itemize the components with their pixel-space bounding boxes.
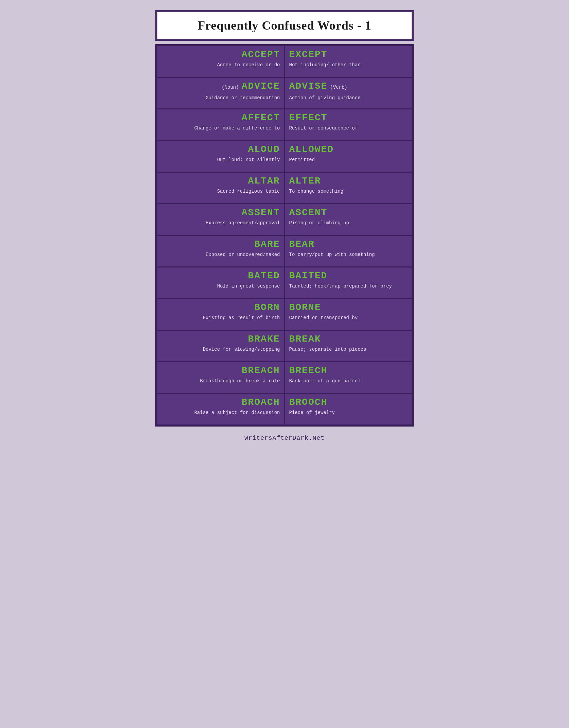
word-row: ALOUDOut loud; not silentlyALLOWEDPermit… — [157, 141, 412, 173]
word-def-right: Result or consequence of — [289, 125, 358, 132]
cell-right: BAITEDTaunted; hook/trap prepared for pr… — [285, 267, 412, 298]
word-def-left: Out loud; not silently — [217, 157, 280, 163]
cell-right: EFFECTResult or consequence of — [285, 109, 412, 140]
word-def-right: Piece of jewelry — [289, 410, 335, 416]
word-row: ALTARSacred religious tableALTERTo chang… — [157, 173, 412, 204]
word-def-right: Pause; separate into pieces — [289, 346, 366, 353]
word-row: (Noun)ADVICEGuidance or recommendationAD… — [157, 78, 412, 109]
word-def-left: Hold in great suspense — [217, 283, 280, 290]
word-heading-right: BAITED — [289, 270, 328, 282]
word-def-right: Carried or transpored by — [289, 315, 358, 322]
cell-right: BEARTo carry/put up with something — [285, 236, 412, 266]
word-heading-right: BORNE — [289, 302, 321, 313]
word-row: BREACHBreakthrough or break a ruleBREECH… — [157, 362, 412, 394]
cell-left: ALOUDOut loud; not silently — [157, 141, 285, 172]
word-def-right: Action of giving guidance — [289, 95, 361, 102]
cell-right: BORNECarried or transpored by — [285, 299, 412, 330]
cell-left: (Noun)ADVICEGuidance or recommendation — [157, 78, 285, 108]
cell-right: ADVISE(Verb)Action of giving guidance — [285, 78, 412, 108]
word-heading-left: BREACH — [242, 365, 280, 377]
word-heading-right: ALTER — [289, 175, 321, 187]
word-heading-left: BORN — [254, 302, 280, 313]
cell-left: BREACHBreakthrough or break a rule — [157, 362, 285, 393]
word-row: ASSENTExpress agreement/approvalASCENTRi… — [157, 204, 412, 236]
cell-right: BROOCHPiece of jewelry — [285, 394, 412, 424]
word-heading-right: BREAK — [289, 333, 321, 345]
cell-right: ALLOWEDPermitted — [285, 141, 412, 172]
cell-left: BROACHRaise a subject for discussion — [157, 394, 285, 424]
cell-left: ASSENTExpress agreement/approval — [157, 204, 285, 235]
word-heading-left: ALOUD — [248, 144, 280, 155]
page-title: Frequently Confused Words - 1 — [164, 18, 405, 33]
cell-left: ACCEPTAgree to receive or do — [157, 46, 285, 77]
word-heading-left: BROACH — [242, 397, 280, 408]
word-def-left: Raise a subject for discussion — [194, 410, 280, 416]
cell-left: ALTARSacred religious table — [157, 173, 285, 203]
word-heading-right: BROOCH — [289, 397, 328, 408]
word-row: ACCEPTAgree to receive or doEXCEPTNot in… — [157, 46, 412, 78]
page-wrapper: Frequently Confused Words - 1 ACCEPTAgre… — [152, 7, 417, 444]
cell-left: BRAKEDevice for slowing/stopping — [157, 331, 285, 361]
word-row: BORNExisting as result of birthBORNECarr… — [157, 299, 412, 331]
word-heading-left: ASSENT — [242, 207, 280, 219]
title-box: Frequently Confused Words - 1 — [155, 10, 414, 41]
cell-left: BORNExisting as result of birth — [157, 299, 285, 330]
word-heading-left: ALTAR — [248, 175, 280, 187]
word-row: BATEDHold in great suspenseBAITEDTaunted… — [157, 267, 412, 299]
word-heading-right: ADVISE — [289, 81, 328, 92]
word-heading-right: EXCEPT — [289, 49, 328, 60]
word-heading-left: ACCEPT — [242, 49, 280, 60]
word-row: BAREExposed or uncovered/nakedBEARTo car… — [157, 236, 412, 267]
word-heading-right: BEAR — [289, 239, 315, 250]
cell-left: BATEDHold in great suspense — [157, 267, 285, 298]
word-row: BROACHRaise a subject for discussionBROO… — [157, 394, 412, 424]
footer: WritersAfterDark.Net — [152, 430, 417, 444]
word-heading-left: BARE — [254, 239, 280, 250]
word-def-left: Guidance or recommendation — [206, 95, 280, 102]
word-heading-left: AFFECT — [242, 112, 280, 124]
cell-left: AFFECTChange or make a difference to — [157, 109, 285, 140]
verb-label: (Verb) — [330, 85, 347, 90]
word-row: AFFECTChange or make a difference toEFFE… — [157, 109, 412, 141]
cell-right: BREECHBack part of a gun barrel — [285, 362, 412, 393]
word-def-left: Change or make a difference to — [194, 125, 280, 132]
cell-right: BREAKPause; separate into pieces — [285, 331, 412, 361]
word-heading-right: ASCENT — [289, 207, 328, 219]
word-def-left: Sacred religious table — [217, 188, 280, 195]
word-heading-right: ALLOWED — [289, 144, 334, 155]
word-def-left: Exposed or uncovered/naked — [206, 252, 280, 258]
word-def-right: To change something — [289, 188, 344, 195]
word-def-left: Agree to receive or do — [217, 62, 280, 69]
word-def-right: Not including/ other than — [289, 62, 361, 69]
word-def-right: Rising or climbing up — [289, 220, 349, 227]
word-def-left: Breakthrough or break a rule — [200, 378, 280, 385]
word-def-right: Taunted; hook/trap prepared for prey — [289, 283, 392, 290]
noun-label: (Noun) — [222, 85, 239, 90]
word-def-left: Express agreement/approval — [206, 220, 280, 227]
cell-right: EXCEPTNot including/ other than — [285, 46, 412, 77]
word-row: BRAKEDevice for slowing/stoppingBREAKPau… — [157, 331, 412, 362]
cell-right: ALTERTo change something — [285, 173, 412, 203]
word-def-right: To carry/put up with something — [289, 252, 375, 258]
word-heading-left: BRAKE — [248, 333, 280, 345]
word-heading-right: EFFECT — [289, 112, 328, 124]
word-def-left: Existing as result of birth — [203, 315, 280, 322]
cell-left: BAREExposed or uncovered/naked — [157, 236, 285, 266]
word-heading-right: BREECH — [289, 365, 328, 377]
word-heading-left: ADVICE — [242, 81, 280, 92]
main-table: ACCEPTAgree to receive or doEXCEPTNot in… — [155, 44, 414, 427]
word-heading-left: BATED — [248, 270, 280, 282]
word-def-right: Permitted — [289, 157, 315, 163]
word-def-left: Device for slowing/stopping — [203, 346, 280, 353]
word-def-right: Back part of a gun barrel — [289, 378, 361, 385]
cell-right: ASCENTRising or climbing up — [285, 204, 412, 235]
